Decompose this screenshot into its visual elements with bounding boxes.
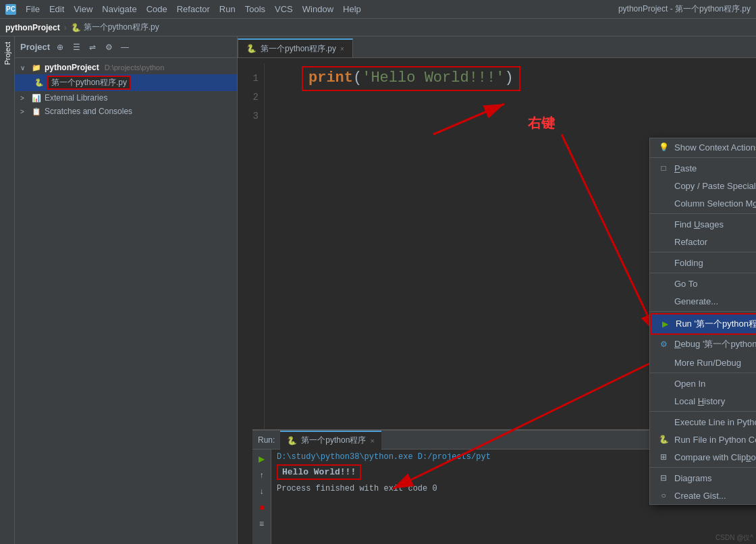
ctx-label-find-usages: Find Usages — [674, 219, 756, 229]
panel-btn-settings[interactable]: ⚙ — [103, 41, 115, 53]
app-icon: PC — [5, 4, 16, 15]
menu-refactor[interactable]: Refactor — [173, 3, 214, 16]
ctx-item-run[interactable]: ▶ Run '第一个python程序' Ctrl+Shift+F10 — [650, 313, 756, 335]
editor-tab-pyfile[interactable]: 🐍 第一个python程序.py × — [238, 38, 353, 57]
menu-vcs[interactable]: VCS — [271, 3, 297, 16]
ctx-sep-2 — [650, 213, 756, 214]
ctx-item-copy-paste[interactable]: Copy / Paste Special › — [650, 177, 756, 194]
menu-window[interactable]: Window — [298, 3, 338, 16]
menu-view[interactable]: View — [70, 3, 97, 16]
ctx-item-folding[interactable]: Folding › — [650, 254, 756, 271]
ctx-icon-paste: □ — [658, 163, 669, 173]
tree-path-project: D:\projects\python — [105, 63, 165, 72]
tree-arrow-root: ∨ — [20, 64, 28, 72]
menu-code[interactable]: Code — [142, 3, 171, 16]
code-highlight-text: print('Hello World!!!') — [308, 70, 514, 86]
ctx-label-open-in: Open In — [674, 379, 756, 389]
menu-navigate[interactable]: Navigate — [98, 3, 140, 16]
ctx-item-refactor[interactable]: Refactor › — [650, 233, 756, 250]
ctx-icon-goto — [658, 278, 669, 289]
tree-arrow-extlibs: > — [20, 94, 28, 102]
ctx-item-context-actions[interactable]: 💡 Show Context Actions Alt+Enter — [650, 138, 756, 156]
ctx-item-open-in[interactable]: Open In › — [650, 375, 756, 392]
main-layout: Project Project ⊕ ☰ ⇌ ⚙ — ∨ 📁 pythonProj… — [0, 36, 756, 544]
ctx-item-compare-clipboard[interactable]: ⊞ Compare with Clipboard — [650, 448, 756, 466]
run-tab-label: 第一个python程序 — [301, 435, 366, 446]
bottom-run-label: Run: — [258, 435, 275, 445]
panel-btn-add[interactable]: ⊕ — [54, 41, 66, 53]
panel-btn-list[interactable]: ☰ — [70, 41, 82, 53]
project-tree: ∨ 📁 pythonProject D:\projects\python 🐍 第… — [15, 58, 237, 544]
ctx-label-execute-line: Execute Line in Python Console — [674, 417, 756, 427]
tab-close-pyfile[interactable]: × — [340, 45, 344, 53]
tree-item-pyfile[interactable]: 🐍 第一个python程序.py — [15, 74, 237, 91]
ctx-sep-6 — [650, 373, 756, 373]
ctx-label-folding: Folding — [674, 258, 756, 268]
ctx-icon-compare-clipboard: ⊞ — [658, 452, 669, 462]
ctx-item-more-run[interactable]: More Run/Debug › — [650, 354, 756, 371]
output-cmd-text: D:\study\python38\python.exe D:/projects… — [277, 452, 491, 462]
ctx-label-run-file-console: Run File in Python Console — [674, 435, 756, 445]
ctx-icon-diagrams: ⊟ — [658, 472, 669, 483]
ctx-item-execute-line[interactable]: Execute Line in Python Console Alt+Shift… — [650, 413, 756, 431]
btn-list-view[interactable]: ≡ — [255, 517, 269, 531]
breadcrumb-sep: › — [64, 23, 67, 32]
ctx-item-column[interactable]: Column Selection Mode Alt+Shift+Insert — [650, 194, 756, 212]
panel-btn-sort[interactable]: ⇌ — [86, 41, 99, 53]
run-tab-close[interactable]: × — [370, 437, 374, 445]
bottom-side-buttons: ▶ ↑ ↓ ■ ≡ — [252, 450, 271, 544]
tree-item-root[interactable]: ∨ 📁 pythonProject D:\projects\python — [15, 61, 237, 74]
ctx-icon-generate — [658, 296, 669, 306]
ctx-icon-run: ▶ — [659, 319, 670, 329]
tree-icon-pyfile: 🐍 — [34, 78, 45, 88]
btn-scroll-down[interactable]: ↓ — [255, 485, 269, 498]
btn-stop[interactable]: ■ — [255, 501, 269, 514]
ctx-label-create-gist: Create Gist... — [674, 491, 756, 501]
ctx-icon-run-file-console: 🐍 — [658, 434, 669, 445]
menu-edit[interactable]: Edit — [45, 3, 68, 16]
ctx-item-paste[interactable]: □ Paste Ctrl+V — [650, 159, 756, 177]
breadcrumb-file[interactable]: 第一个python程序.py — [84, 22, 159, 33]
ctx-sep-3 — [650, 252, 756, 252]
ctx-item-local-history[interactable]: Local History › — [650, 392, 756, 410]
ctx-item-goto[interactable]: Go To › — [650, 275, 756, 292]
menu-help[interactable]: Help — [339, 3, 365, 16]
breadcrumb-project[interactable]: pythonProject — [5, 23, 60, 32]
paren-close: ) — [504, 70, 513, 86]
tree-item-scratches[interactable]: > 📋 Scratches and Consoles — [15, 105, 237, 118]
panel-btn-minimize[interactable]: — — [119, 41, 131, 53]
title-bar: PC File Edit View Navigate Code Refactor… — [0, 0, 756, 19]
editor-tabs: 🐍 第一个python程序.py × — [238, 36, 756, 58]
menu-file[interactable]: File — [22, 3, 44, 16]
ctx-item-run-file-console[interactable]: 🐍 Run File in Python Console — [650, 431, 756, 448]
ctx-icon-bulb: 💡 — [658, 142, 669, 153]
line-number-1: 1 — [238, 69, 259, 88]
line-number-3: 3 — [238, 107, 259, 126]
tree-icon-extlibs: 📊 — [31, 92, 42, 103]
ctx-sep-1 — [650, 157, 756, 158]
menu-tools[interactable]: Tools — [241, 3, 269, 16]
ctx-item-find-usages[interactable]: Find Usages Alt+F7 — [650, 215, 756, 233]
ctx-item-debug[interactable]: ⚙ Debug '第一个python程序' — [650, 335, 756, 354]
tree-label-scratches: Scratches and Consoles — [45, 107, 132, 116]
tree-item-extlibs[interactable]: > 📊 External Libraries — [15, 91, 237, 105]
context-menu[interactable]: 💡 Show Context Actions Alt+Enter □ Paste… — [649, 138, 756, 505]
tree-label-pyfile: 第一个python程序.py — [47, 76, 131, 90]
tree-label-extlibs: External Libraries — [45, 93, 107, 103]
ctx-icon-folding — [658, 257, 669, 268]
ctx-icon-execute-line — [658, 416, 669, 427]
string-hello: 'Hello World!!!' — [362, 70, 504, 86]
menu-run[interactable]: Run — [215, 3, 240, 16]
ctx-item-create-gist[interactable]: ○ Create Gist... — [650, 487, 756, 504]
btn-scroll-up[interactable]: ↑ — [255, 468, 269, 482]
ctx-item-generate[interactable]: Generate... Alt+Insert — [650, 292, 756, 310]
btn-run-again[interactable]: ▶ — [255, 452, 269, 466]
side-tab-project-label[interactable]: Project — [2, 36, 13, 70]
ctx-item-diagrams[interactable]: ⊟ Diagrams › — [650, 469, 756, 487]
editor-area: 🐍 第一个python程序.py × 1 2 3 print('Hello Wo… — [238, 36, 756, 544]
bottom-tab-run[interactable]: 🐍 第一个python程序 × — [280, 431, 381, 450]
panel-header: Project ⊕ ☰ ⇌ ⚙ — — [15, 36, 237, 58]
side-tab-project: Project — [0, 36, 15, 544]
ctx-icon-refactor — [658, 236, 669, 247]
panel-title: Project — [20, 42, 50, 52]
